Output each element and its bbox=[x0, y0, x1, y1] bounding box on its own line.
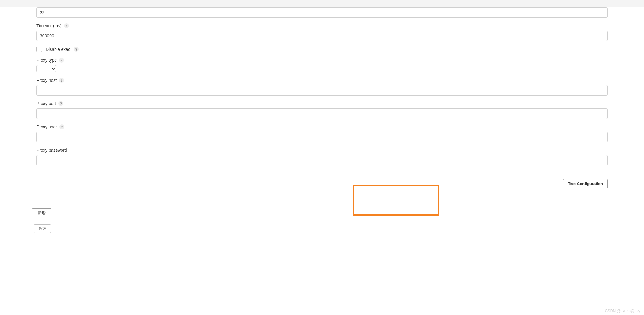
page-content: Timeout (ms) ? Disable exec ? Proxy type… bbox=[0, 7, 644, 233]
help-icon[interactable]: ? bbox=[59, 58, 64, 63]
disable-exec-checkbox[interactable] bbox=[36, 47, 42, 52]
ssh-config-panel: Timeout (ms) ? Disable exec ? Proxy type… bbox=[32, 7, 612, 203]
help-icon[interactable]: ? bbox=[59, 124, 64, 129]
proxy-password-label: Proxy password bbox=[36, 148, 67, 153]
proxy-host-input[interactable] bbox=[36, 85, 608, 96]
proxy-host-label: Proxy host bbox=[36, 78, 57, 83]
timeout-field-group: Timeout (ms) ? bbox=[36, 23, 608, 41]
proxy-user-field-group: Proxy user ? bbox=[36, 124, 608, 142]
proxy-port-label-row: Proxy port ? bbox=[36, 101, 608, 106]
proxy-user-label: Proxy user bbox=[36, 124, 57, 129]
timeout-input[interactable] bbox=[36, 31, 608, 41]
proxy-type-select[interactable] bbox=[36, 65, 56, 72]
proxy-user-input[interactable] bbox=[36, 132, 608, 142]
help-icon[interactable]: ? bbox=[59, 78, 64, 83]
proxy-port-label: Proxy port bbox=[36, 101, 56, 106]
browser-top-bar bbox=[0, 0, 644, 7]
proxy-port-field-group: Proxy port ? bbox=[36, 101, 608, 119]
help-icon[interactable]: ? bbox=[64, 23, 69, 28]
panel-action-row: Test Configuration bbox=[36, 165, 608, 198]
proxy-port-input[interactable] bbox=[36, 108, 608, 119]
add-button[interactable]: 新增 bbox=[32, 208, 51, 218]
port-input[interactable] bbox=[36, 7, 608, 18]
proxy-user-label-row: Proxy user ? bbox=[36, 124, 608, 129]
disable-exec-row: Disable exec ? bbox=[36, 47, 608, 52]
proxy-host-label-row: Proxy host ? bbox=[36, 78, 608, 83]
port-field-group bbox=[36, 7, 608, 18]
timeout-label: Timeout (ms) bbox=[36, 23, 62, 28]
proxy-password-field-group: Proxy password bbox=[36, 148, 608, 165]
proxy-password-input[interactable] bbox=[36, 155, 608, 165]
advanced-button[interactable]: 高级 bbox=[34, 224, 51, 233]
disable-exec-label: Disable exec bbox=[46, 47, 70, 52]
proxy-password-label-row: Proxy password bbox=[36, 148, 608, 153]
below-panel-controls: 新增 高级 bbox=[32, 208, 644, 233]
help-icon[interactable]: ? bbox=[74, 47, 79, 52]
proxy-type-label: Proxy type bbox=[36, 58, 57, 63]
proxy-host-field-group: Proxy host ? bbox=[36, 78, 608, 96]
test-configuration-button[interactable]: Test Configuration bbox=[563, 179, 608, 188]
help-icon[interactable]: ? bbox=[58, 101, 63, 106]
disable-exec-field-group: Disable exec ? bbox=[36, 47, 608, 52]
timeout-label-row: Timeout (ms) ? bbox=[36, 23, 608, 28]
proxy-type-field-group: Proxy type ? bbox=[36, 58, 608, 72]
proxy-type-label-row: Proxy type ? bbox=[36, 58, 608, 63]
